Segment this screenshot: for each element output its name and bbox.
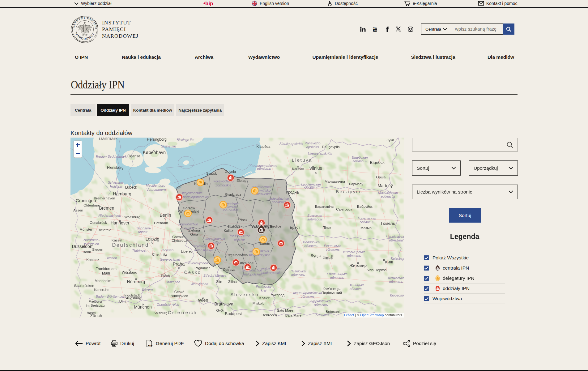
svg-text:Blekinge län: Blekinge län xyxy=(177,138,194,142)
svg-text:Slovensko: Slovensko xyxy=(230,292,259,297)
svg-text:Elbląg: Elbląg xyxy=(236,179,246,182)
svg-text:małopolskie: małopolskie xyxy=(243,272,261,276)
svg-text:Grudziądz: Grudziądz xyxy=(225,193,241,196)
svg-text:Львівська: Львівська xyxy=(290,269,306,273)
svg-text:You: You xyxy=(373,27,377,29)
svg-text:Вінницька: Вінницька xyxy=(348,283,364,287)
svg-text:Suceava: Suceava xyxy=(316,313,329,317)
svg-text:Орша: Орша xyxy=(376,175,386,179)
svg-text:Кам'янець-: Кам'янець- xyxy=(323,287,341,291)
svg-text:область: область xyxy=(314,303,328,307)
svg-text:Магілёўская: Магілёўская xyxy=(378,191,398,194)
svg-text:Region Syddanmark: Region Syddanmark xyxy=(96,155,127,158)
svg-text:Подільський: Подільський xyxy=(322,291,342,295)
svg-text:Klaipėda: Klaipėda xyxy=(257,145,271,148)
svg-text:Frankfurt am: Frankfurt am xyxy=(96,267,117,271)
svg-text:Zlín: Zlín xyxy=(216,280,222,284)
svg-text:Bielefeld: Bielefeld xyxy=(98,228,111,232)
svg-text:Słupsk: Słupsk xyxy=(206,172,217,175)
svg-text:Lübeck: Lübeck xyxy=(125,185,138,190)
svg-text:Chemnitz: Chemnitz xyxy=(152,253,167,256)
svg-text:Siedlce: Siedlce xyxy=(270,224,281,228)
svg-text:вобласць: вобласць xyxy=(352,159,367,163)
svg-text:Чернівецька: Чернівецька xyxy=(311,299,330,303)
svg-text:České: České xyxy=(174,290,185,294)
svg-text:Střední Morava: Střední Morava xyxy=(203,274,226,277)
svg-text:область: область xyxy=(305,244,318,248)
svg-text:Österreich: Österreich xyxy=(168,310,197,315)
svg-text:Utenos apskritis: Utenos apskritis xyxy=(308,151,332,155)
svg-text:Prešovský: Prešovský xyxy=(256,285,272,288)
svg-text:Danmark: Danmark xyxy=(99,138,118,141)
svg-text:область: область xyxy=(291,273,305,277)
svg-text:Пінск: Пінск xyxy=(322,226,331,229)
svg-text:Lietuva: Lietuva xyxy=(292,157,312,163)
svg-text:вобласць: вобласць xyxy=(360,220,374,224)
svg-text:- Chósebuz: - Chósebuz xyxy=(170,239,187,242)
svg-text:Helsingborg: Helsingborg xyxy=(147,138,167,142)
svg-text:Брэст: Брэст xyxy=(290,225,300,230)
svg-text:область: область xyxy=(389,238,403,242)
svg-text:область: область xyxy=(347,254,361,258)
svg-text:Daugavpils: Daugavpils xyxy=(322,145,340,149)
svg-text:podlaskie: podlaskie xyxy=(271,200,286,204)
svg-text:Бабруйск: Бабруйск xyxy=(357,205,373,208)
svg-text:Барысаў: Барысаў xyxy=(349,182,364,186)
svg-text:Bremerhaven: Bremerhaven xyxy=(94,196,115,200)
svg-text:Skåne län: Skåne län xyxy=(161,144,176,148)
svg-text:Житомирська: Житомирська xyxy=(342,250,365,254)
svg-text:Mannheim: Mannheim xyxy=(95,279,111,283)
svg-text:Holstein: Holstein xyxy=(110,185,122,188)
svg-text:Wien: Wien xyxy=(198,298,208,303)
svg-text:Черкаська: Черкаська xyxy=(388,276,404,280)
svg-text:Budapest: Budapest xyxy=(225,311,242,316)
svg-text:область: область xyxy=(326,248,340,251)
svg-text:Чернігівська: Чернігівська xyxy=(386,235,404,238)
svg-text:Луцьк: Луцьк xyxy=(310,254,321,258)
svg-text:Osnabrück: Osnabrück xyxy=(90,221,107,224)
svg-text:Луки: Луки xyxy=(386,138,394,142)
svg-text:Ulm: Ulm xyxy=(119,300,126,303)
svg-text:województwo: województwo xyxy=(178,222,198,226)
svg-text:Гродзенская: Гродзенская xyxy=(301,182,321,186)
svg-text:Sachsen-: Sachsen- xyxy=(137,226,151,230)
svg-text:Брэсцкая: Брэсцкая xyxy=(307,214,322,217)
svg-text:Bonn: Bonn xyxy=(83,250,91,254)
svg-text:Маладзечна: Маладзечна xyxy=(325,180,345,183)
svg-text:apskritis: apskritis xyxy=(306,145,319,149)
svg-text:Augsburg: Augsburg xyxy=(126,296,141,300)
svg-text:область: область xyxy=(389,280,403,284)
svg-text:Хмельницька: Хмельницька xyxy=(326,272,347,276)
svg-text:Zielona: Zielona xyxy=(188,228,200,232)
svg-text:Sachsen: Sachsen xyxy=(160,248,174,252)
svg-text:Jihozápad: Jihozápad xyxy=(164,280,181,284)
svg-text:Berlin: Berlin xyxy=(160,213,171,218)
svg-text:Anhalt: Anhalt xyxy=(137,230,147,234)
svg-text:Kaunas: Kaunas xyxy=(292,167,304,171)
svg-text:Flensburg: Flensburg xyxy=(107,165,123,170)
svg-text:Potsdam: Potsdam xyxy=(154,221,168,225)
svg-text:Münster: Münster xyxy=(79,228,92,231)
svg-text:København: København xyxy=(143,150,166,155)
svg-text:Praha: Praha xyxy=(173,262,185,267)
svg-text:województwo: województwo xyxy=(182,191,202,195)
svg-text:Гомель: Гомель xyxy=(381,221,395,226)
svg-text:вобласць: вобласць xyxy=(307,217,322,221)
svg-text:Győr: Győr xyxy=(216,309,224,312)
svg-text:Волинська: Волинська xyxy=(303,240,320,244)
svg-text:Koblenz: Koblenz xyxy=(86,258,99,262)
svg-text:Київська: Київська xyxy=(391,257,404,260)
svg-text:Bayern: Bayern xyxy=(142,288,153,291)
svg-text:Płock: Płock xyxy=(239,218,247,222)
svg-text:Česko: Česko xyxy=(184,270,201,275)
svg-text:bip: bip xyxy=(205,1,213,6)
svg-text:Nordrhein-: Nordrhein- xyxy=(83,238,100,242)
svg-text:область: область xyxy=(330,276,344,279)
svg-text:Zürich: Zürich xyxy=(90,313,102,318)
svg-text:область: область xyxy=(350,287,364,291)
svg-text:Baia Mare: Baia Mare xyxy=(285,313,301,317)
svg-text:Saarbrücken: Saarbrücken xyxy=(74,284,94,288)
svg-text:Plzeň: Plzeň xyxy=(161,274,170,278)
svg-text:Baden-Württemberg: Baden-Württemberg xyxy=(96,295,126,298)
svg-text:Салігорск: Салігорск xyxy=(336,207,352,211)
